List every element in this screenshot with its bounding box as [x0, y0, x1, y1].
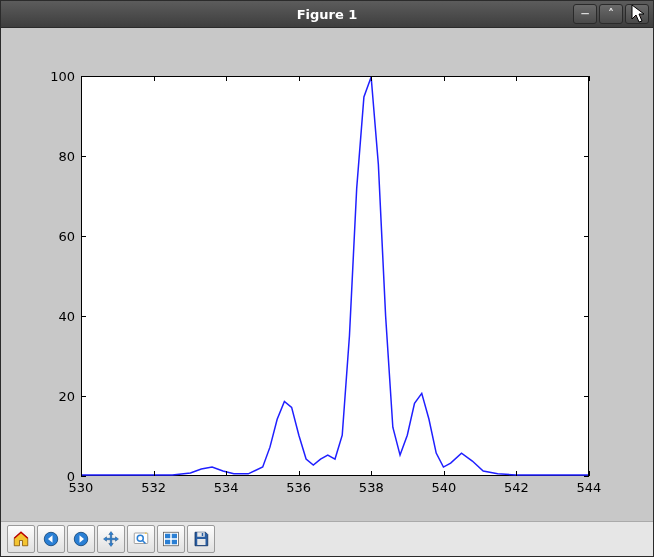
- forward-button[interactable]: [67, 525, 95, 553]
- zoom-button[interactable]: [127, 525, 155, 553]
- svg-rect-10: [197, 532, 205, 537]
- save-icon: [192, 530, 210, 548]
- svg-rect-12: [197, 539, 205, 545]
- window-title: Figure 1: [1, 7, 653, 22]
- x-tick-mark: [226, 471, 227, 476]
- nav-toolbar: [1, 521, 653, 556]
- y-tick-label: 80: [35, 149, 75, 164]
- subplots-icon: [162, 530, 180, 548]
- plot-axes: [81, 76, 589, 476]
- x-tick-mark: [444, 471, 445, 476]
- figure-canvas[interactable]: 020406080100530532534536538540542544: [7, 34, 647, 515]
- svg-rect-7: [172, 534, 177, 539]
- x-tick-mark: [589, 471, 590, 476]
- x-tick-label: 534: [206, 480, 246, 495]
- back-icon: [42, 530, 60, 548]
- svg-rect-6: [165, 534, 170, 539]
- minimize-button[interactable]: ─: [573, 4, 597, 24]
- client-area: 020406080100530532534536538540542544: [1, 28, 653, 556]
- home-button[interactable]: [7, 525, 35, 553]
- x-tick-mark: [516, 471, 517, 476]
- pan-button[interactable]: [97, 525, 125, 553]
- y-tick-mark: [81, 316, 86, 317]
- svg-rect-9: [172, 540, 177, 545]
- line-plot: [82, 77, 588, 475]
- x-tick-label: 532: [134, 480, 174, 495]
- x-tick-label: 530: [61, 480, 101, 495]
- maximize-icon: ˄: [608, 8, 614, 20]
- titlebar[interactable]: Figure 1 ─ ˄ ✕: [1, 1, 653, 28]
- x-tick-label: 538: [351, 480, 391, 495]
- close-icon: ✕: [632, 8, 642, 20]
- x-tick-mark: [299, 471, 300, 476]
- y-tick-mark: [81, 236, 86, 237]
- subplots-button[interactable]: [157, 525, 185, 553]
- x-tick-mark: [81, 471, 82, 476]
- x-tick-label: 544: [569, 480, 609, 495]
- svg-rect-11: [202, 533, 204, 536]
- x-tick-label: 542: [496, 480, 536, 495]
- pan-icon: [102, 530, 120, 548]
- maximize-button[interactable]: ˄: [599, 4, 623, 24]
- y-tick-label: 20: [35, 389, 75, 404]
- x-tick-label: 540: [424, 480, 464, 495]
- back-button[interactable]: [37, 525, 65, 553]
- y-tick-mark: [81, 156, 86, 157]
- x-tick-label: 536: [279, 480, 319, 495]
- y-tick-label: 60: [35, 229, 75, 244]
- home-icon: [12, 530, 30, 548]
- y-tick-mark: [81, 476, 86, 477]
- zoom-icon: [132, 530, 150, 548]
- y-tick-mark: [81, 396, 86, 397]
- close-button[interactable]: ✕: [625, 4, 649, 24]
- svg-rect-2: [134, 533, 148, 544]
- window-controls: ─ ˄ ✕: [573, 4, 649, 24]
- save-button[interactable]: [187, 525, 215, 553]
- x-tick-mark: [371, 471, 372, 476]
- y-tick-label: 40: [35, 309, 75, 324]
- forward-icon: [72, 530, 90, 548]
- minimize-icon: ─: [581, 8, 588, 20]
- figure-window: Figure 1 ─ ˄ ✕ 0204060801005305325345365…: [0, 0, 654, 557]
- y-tick-label: 100: [35, 69, 75, 84]
- x-tick-mark: [154, 471, 155, 476]
- svg-rect-8: [165, 540, 170, 545]
